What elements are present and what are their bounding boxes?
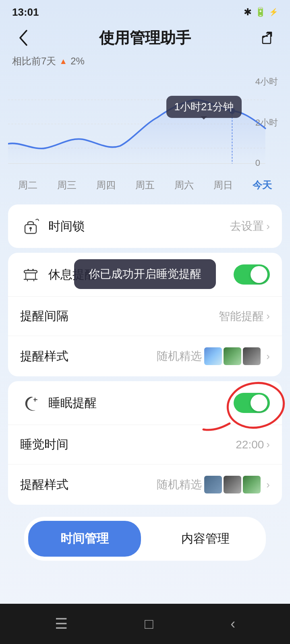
day-fri: 周六	[174, 179, 194, 192]
time-lock-row[interactable]: 时间锁 去设置 ›	[8, 204, 282, 248]
sleep-reminder-toggle[interactable]	[234, 393, 270, 413]
sleep-reminder-label: 睡眠提醒	[48, 395, 234, 411]
svg-rect-11	[26, 273, 35, 279]
rest-interval-row[interactable]: 提醒间隔 智能提醒 ›	[8, 297, 282, 336]
rest-reminder-toggle[interactable]	[234, 264, 270, 285]
sleep-thumb-2	[224, 476, 241, 493]
bedtime-chevron: ›	[266, 438, 270, 451]
comparison-percent: 2%	[70, 56, 85, 67]
y-label-0: 0	[255, 158, 278, 168]
rest-style-label: 提醒样式	[20, 348, 157, 365]
rest-interval-value[interactable]: 智能提醒 ›	[219, 309, 270, 324]
day-sat: 周日	[213, 179, 233, 192]
bedtime-value[interactable]: 22:00 ›	[236, 438, 270, 451]
chart-line	[8, 76, 282, 172]
y-label-4h: 4小时	[255, 76, 278, 88]
sleep-style-label: 提醒样式	[20, 477, 157, 493]
bottom-action-buttons: 时间管理 内容管理	[24, 517, 266, 561]
svg-rect-12	[27, 269, 29, 270]
rest-style-value[interactable]: 随机精选 ›	[157, 347, 270, 365]
sleep-icon	[20, 392, 41, 413]
svg-rect-13	[32, 269, 34, 270]
charge-icon: ⚡	[269, 8, 278, 17]
svg-point-5	[229, 108, 235, 114]
thumb-3	[243, 347, 261, 365]
menu-nav-icon[interactable]: ☰	[55, 615, 68, 632]
bluetooth-icon: ✱	[244, 6, 252, 18]
day-labels-row: 周二 周三 周四 周五 周六 周日 今天	[0, 172, 290, 200]
rest-reminder-label: 休息提醒	[48, 266, 234, 283]
chart-y-labels: 4小时 2小时 0	[255, 76, 278, 172]
day-today: 今天	[253, 179, 272, 192]
sleep-reminder-card: 睡眠提醒 睡觉时间 22:00 › 提醒样式 随机精选 ›	[8, 381, 282, 505]
y-label-2h: 2小时	[255, 117, 278, 129]
rest-icon	[20, 264, 41, 285]
sleep-style-row[interactable]: 提醒样式 随机精选 ›	[8, 464, 282, 505]
day-wed: 周四	[96, 179, 116, 192]
sleep-thumb-1	[204, 476, 222, 493]
rest-style-chevron: ›	[266, 350, 270, 363]
rest-interval-chevron: ›	[266, 310, 270, 322]
sleep-reminder-main-row: 睡眠提醒	[8, 381, 282, 425]
time-lock-action[interactable]: 去设置 ›	[230, 219, 270, 234]
time-management-button[interactable]: 时间管理	[28, 521, 141, 557]
comparison-row: 相比前7天 ▲ 2%	[0, 53, 290, 72]
page-title: 使用管理助手	[35, 28, 255, 48]
content-management-button[interactable]: 内容管理	[149, 521, 262, 557]
day-thu: 周五	[135, 179, 155, 192]
navigation-bar: ☰ □ ‹	[0, 604, 290, 644]
thumb-2	[224, 347, 241, 365]
time-lock-chevron: ›	[266, 220, 270, 233]
sleep-style-value[interactable]: 随机精选 ›	[157, 476, 270, 493]
share-button[interactable]	[255, 27, 278, 49]
day-tue: 周三	[57, 179, 77, 192]
battery-icon: 🔋	[255, 7, 266, 17]
bedtime-row[interactable]: 睡觉时间 22:00 ›	[8, 425, 282, 464]
trend-arrow: ▲	[59, 57, 67, 66]
rest-reminder-card: 你已成功开启睡觉提醒 休息提醒 提醒间隔 智能提醒 › 提醒样式 随机精选	[8, 253, 282, 376]
comparison-label: 相比前7天	[12, 55, 56, 68]
app-header: 使用管理助手	[0, 23, 290, 53]
rest-thumbnails	[204, 347, 261, 365]
day-mon: 周二	[18, 179, 37, 192]
sleep-style-chevron: ›	[266, 479, 270, 491]
status-time: 13:01	[12, 6, 39, 19]
bedtime-label: 睡觉时间	[20, 436, 236, 453]
thumb-1	[204, 347, 222, 365]
status-icons: ✱ 🔋 ⚡	[244, 6, 278, 18]
home-nav-icon[interactable]: □	[145, 615, 153, 632]
rest-interval-label: 提醒间隔	[20, 308, 219, 324]
usage-chart: 4小时 2小时 0 1小时21分钟	[8, 76, 282, 172]
time-lock-card: 时间锁 去设置 ›	[8, 204, 282, 248]
time-lock-icon	[20, 216, 41, 237]
sleep-thumb-3	[243, 476, 261, 493]
rest-reminder-row: 休息提醒	[8, 253, 282, 297]
status-bar: 13:01 ✱ 🔋 ⚡	[0, 0, 290, 23]
back-nav-icon[interactable]: ‹	[230, 615, 235, 632]
sleep-thumbnails	[204, 476, 261, 493]
back-button[interactable]	[12, 27, 35, 49]
rest-style-row[interactable]: 提醒样式 随机精选 ›	[8, 336, 282, 376]
time-lock-label: 时间锁	[48, 218, 230, 235]
